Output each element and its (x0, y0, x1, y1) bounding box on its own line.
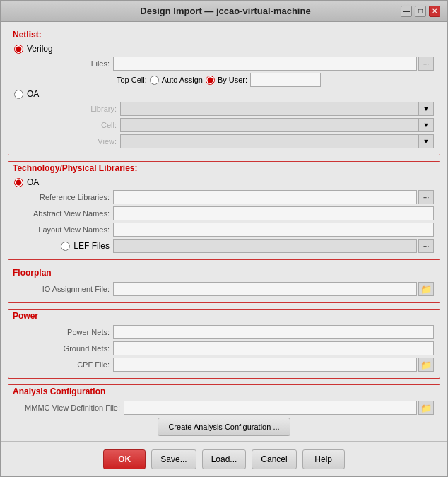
floorplan-header: Floorplan (8, 266, 440, 279)
window-title: Design Import — jccao-virtual-machine (50, 6, 401, 16)
ref-lib-row: Reference Libraries: ··· (14, 190, 434, 204)
library-dropdown-button[interactable]: ▼ (418, 102, 434, 116)
load-button[interactable]: Load... (202, 449, 247, 469)
oa-radio-row: OA (14, 89, 434, 99)
analysis-header: Analysis Configuration (8, 385, 440, 398)
io-assignment-row: IO Assignment File: 📁 (14, 282, 434, 296)
view-row: View: ▼ (21, 134, 434, 148)
abstract-view-input[interactable] (113, 206, 434, 220)
oa-netlist-radio[interactable] (14, 90, 23, 99)
cpf-file-input[interactable] (113, 358, 417, 372)
ref-lib-input[interactable] (113, 190, 417, 204)
mmmc-browse-button[interactable]: 📁 (418, 401, 434, 415)
lef-input (113, 239, 417, 253)
library-input (120, 102, 418, 116)
verilog-radio[interactable] (14, 45, 23, 54)
view-input (120, 134, 418, 148)
power-nets-label: Power Nets: (14, 328, 113, 336)
cell-label: Cell: (21, 121, 120, 129)
mmmc-label: MMMC View Definition File: (14, 404, 124, 412)
cell-row: Cell: ▼ (21, 118, 434, 132)
io-assignment-input[interactable] (113, 282, 417, 296)
save-button[interactable]: Save... (151, 449, 196, 469)
view-dropdown-button[interactable]: ▼ (418, 134, 434, 148)
power-section: Power Power Nets: Ground Nets: CPF File:… (8, 309, 440, 379)
lef-browse-button[interactable]: ··· (418, 239, 434, 253)
abstract-view-row: Abstract View Names: (14, 206, 434, 220)
footer: OK Save... Load... Cancel Help (1, 441, 447, 476)
verilog-label: Verilog (27, 44, 53, 54)
library-combo-wrapper: ▼ (120, 102, 434, 116)
power-nets-input[interactable] (113, 325, 434, 339)
library-row: Library: ▼ (21, 102, 434, 116)
lef-radio[interactable] (61, 242, 70, 251)
ground-nets-label: Ground Nets: (14, 344, 113, 353)
ok-button[interactable]: OK (103, 449, 146, 469)
cell-combo-wrapper: ▼ (120, 118, 434, 132)
tech-header: Technology/Physical Libraries: (8, 162, 440, 175)
library-label: Library: (21, 105, 120, 113)
files-input[interactable] (113, 57, 417, 71)
oa-fields: Library: ▼ Cell: ▼ Vie (14, 102, 434, 148)
netlist-body: Verilog Files: ··· Top Cell: Auto Assign… (8, 41, 440, 155)
files-row: Files: ··· (14, 57, 434, 71)
view-label: View: (21, 137, 120, 146)
maximize-button[interactable]: □ (415, 6, 426, 17)
lef-label: LEF Files (73, 241, 110, 251)
ground-nets-row: Ground Nets: (14, 341, 434, 355)
ground-nets-input[interactable] (113, 341, 434, 355)
ref-lib-browse-button[interactable]: ··· (418, 190, 434, 204)
cell-input (120, 118, 418, 132)
auto-assign-radio[interactable] (150, 76, 159, 85)
tech-section: Technology/Physical Libraries: OA Refere… (8, 161, 440, 260)
power-header: Power (8, 310, 440, 322)
mmmc-input[interactable] (124, 401, 417, 415)
title-bar: Design Import — jccao-virtual-machine — … (1, 1, 447, 22)
floorplan-body: IO Assignment File: 📁 (8, 279, 440, 302)
dialog-content: Netlist: Verilog Files: ··· Top Cell: (1, 22, 447, 441)
layout-view-label: Layout View Names: (14, 225, 113, 234)
close-button[interactable]: ✕ (429, 6, 440, 17)
minimize-button[interactable]: — (401, 6, 412, 17)
io-assignment-label: IO Assignment File: (14, 285, 113, 293)
abstract-view-label: Abstract View Names: (14, 209, 113, 218)
files-browse-button[interactable]: ··· (418, 57, 434, 71)
main-window: Design Import — jccao-virtual-machine — … (0, 0, 448, 477)
power-body: Power Nets: Ground Nets: CPF File: 📁 (8, 322, 440, 378)
tech-body: OA Reference Libraries: ··· Abstract Vie… (8, 175, 440, 259)
layout-view-input[interactable] (113, 223, 434, 237)
tech-oa-label: OA (27, 177, 39, 187)
layout-view-row: Layout View Names: (14, 223, 434, 237)
netlist-section: Netlist: Verilog Files: ··· Top Cell: (8, 28, 440, 155)
cpf-file-browse-button[interactable]: 📁 (418, 358, 434, 372)
window-controls: — □ ✕ (401, 6, 440, 17)
cell-dropdown-button[interactable]: ▼ (418, 118, 434, 132)
view-combo-wrapper: ▼ (120, 134, 434, 148)
mmmc-row: MMMC View Definition File: 📁 (14, 401, 434, 415)
ref-lib-label: Reference Libraries: (14, 193, 113, 201)
top-cell-label: Top Cell: (117, 76, 147, 84)
io-assignment-browse-button[interactable]: 📁 (418, 282, 434, 296)
cancel-button[interactable]: Cancel (252, 449, 296, 469)
tech-oa-radio-row: OA (14, 177, 434, 187)
cpf-file-label: CPF File: (14, 360, 113, 369)
netlist-header: Netlist: (8, 28, 440, 41)
by-user-label: By User: (218, 76, 247, 84)
by-user-radio[interactable] (206, 76, 215, 85)
top-cell-row: Top Cell: Auto Assign By User: (117, 73, 434, 87)
tech-oa-radio[interactable] (14, 178, 23, 187)
files-label: Files: (14, 59, 113, 68)
auto-assign-label: Auto Assign (162, 76, 203, 84)
oa-netlist-label: OA (27, 89, 39, 99)
power-nets-row: Power Nets: (14, 325, 434, 339)
lef-row: LEF Files ··· (14, 239, 434, 253)
analysis-body: MMMC View Definition File: 📁 Create Anal… (8, 398, 440, 441)
by-user-input[interactable] (250, 73, 321, 87)
verilog-radio-row: Verilog (14, 44, 434, 54)
analysis-section: Analysis Configuration MMMC View Definit… (8, 384, 440, 441)
cpf-file-row: CPF File: 📁 (14, 358, 434, 372)
help-button[interactable]: Help (302, 449, 345, 469)
create-analysis-button[interactable]: Create Analysis Configuration ... (158, 418, 290, 436)
floorplan-section: Floorplan IO Assignment File: 📁 (8, 266, 440, 303)
